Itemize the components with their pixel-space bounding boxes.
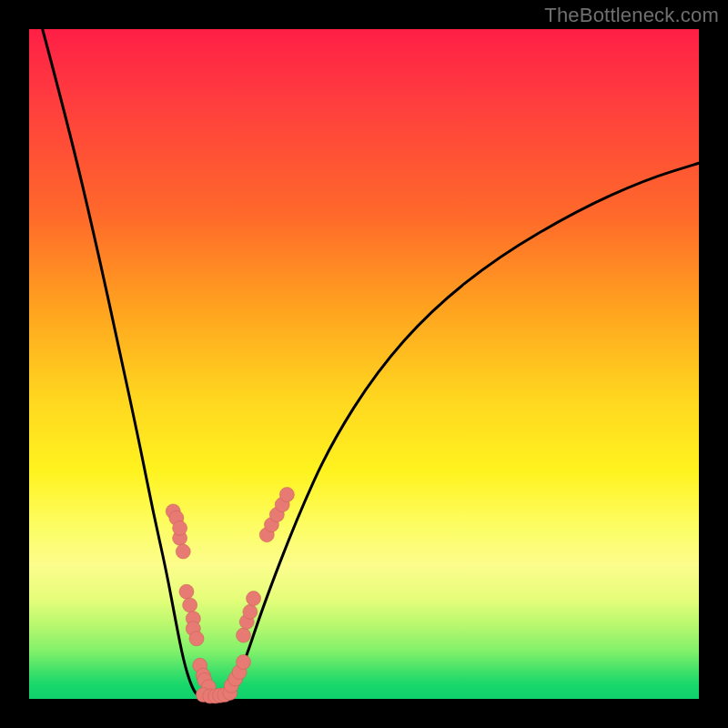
data-dot	[243, 604, 258, 619]
chart-stage: TheBottleneck.com	[0, 0, 728, 728]
data-dot	[189, 632, 204, 646]
data-dot	[237, 655, 251, 670]
watermark-text: TheBottleneck.com	[544, 4, 719, 27]
data-dot	[179, 584, 194, 599]
bottleneck-curve	[43, 29, 699, 698]
curve-path	[43, 29, 699, 698]
data-dot	[279, 488, 294, 502]
data-dot	[176, 544, 190, 559]
data-dot	[237, 628, 251, 642]
scatter-dots	[166, 488, 294, 704]
data-dot	[173, 521, 187, 535]
chart-svg	[29, 29, 699, 699]
data-dot	[247, 592, 261, 606]
plot-area	[29, 29, 699, 699]
data-dot	[183, 598, 197, 612]
